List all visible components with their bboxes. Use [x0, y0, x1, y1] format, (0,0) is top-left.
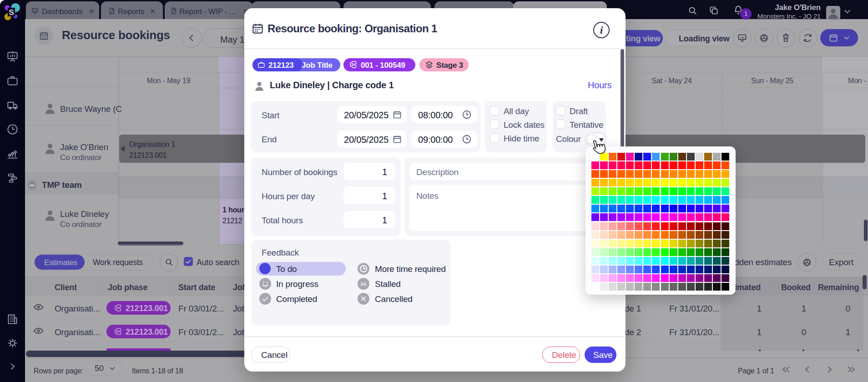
svg-text:S: S: [9, 8, 14, 17]
